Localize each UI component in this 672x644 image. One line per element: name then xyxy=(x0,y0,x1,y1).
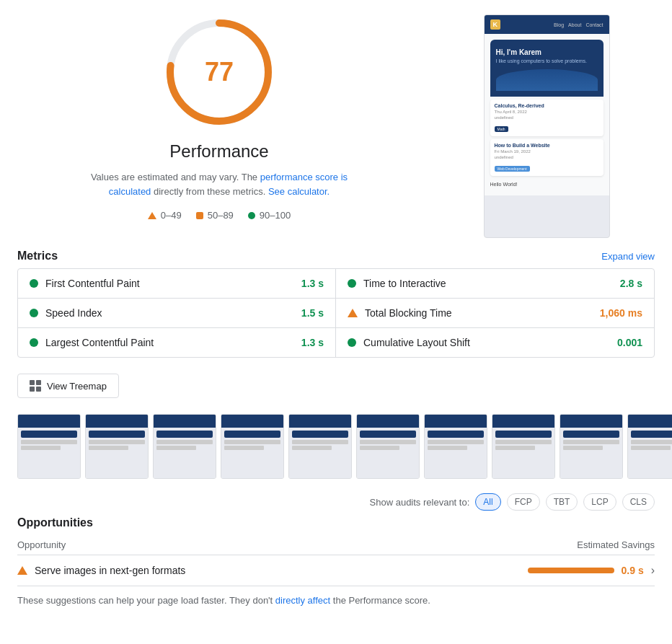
legend-dot-icon xyxy=(248,212,255,219)
screenshot-panel: K Blog About Contact Hi, I'm Karem I lik… xyxy=(438,14,655,238)
legend-square-icon xyxy=(196,212,203,219)
metric-name-fcp: First Contentful Paint xyxy=(45,278,301,289)
filmstrip-frame-5 xyxy=(288,414,352,479)
filmstrip-frame-4 xyxy=(221,414,284,479)
opp-bar-container xyxy=(528,568,614,573)
metric-value-tti: 2.8 s xyxy=(620,278,642,289)
opp-status-icon xyxy=(17,566,27,575)
opp-name-images: Serve images in next-gen formats xyxy=(35,565,521,576)
webpage-screenshot: K Blog About Contact Hi, I'm Karem I lik… xyxy=(484,14,610,238)
directly-affect-link[interactable]: directly affect xyxy=(275,595,330,606)
preview-card-1: Calculus, Re-derived Thu April 8, 2022 u… xyxy=(490,100,604,136)
filmstrip-frame-10 xyxy=(627,414,672,479)
left-panel: 77 Performance Values are estimated and … xyxy=(17,14,421,238)
metric-dot-tbt xyxy=(348,309,358,317)
filter-tbt-button[interactable]: TBT xyxy=(546,493,578,511)
metric-name-si: Speed Index xyxy=(45,307,301,319)
preview-nav: Blog About Contact xyxy=(554,22,603,27)
opp-note: These suggestions can help your page loa… xyxy=(17,586,655,615)
expand-view-link[interactable]: Expand view xyxy=(601,251,655,262)
preview-footer: Hello World! xyxy=(490,179,604,190)
filter-lcp-button[interactable]: LCP xyxy=(583,493,616,511)
preview-hero: Hi, I'm Karem I like using computers to … xyxy=(490,40,604,97)
opp-col-opportunity: Opportunity xyxy=(17,539,66,550)
filter-cls-button[interactable]: CLS xyxy=(622,493,655,511)
metric-dot-cls xyxy=(348,338,356,347)
metric-value-lcp: 1.3 s xyxy=(301,337,324,348)
score-value: 77 xyxy=(205,57,234,87)
page-title: Performance xyxy=(169,141,268,162)
legend-fail: 0–49 xyxy=(148,210,182,221)
metric-name-cls: Cumulative Layout Shift xyxy=(363,337,617,348)
preview-card-2: How to Build a Website Fri March 19, 202… xyxy=(490,139,604,176)
metrics-header: Metrics Expand view xyxy=(17,250,655,263)
opportunities-section: Opportunities Opportunity Estimated Savi… xyxy=(0,516,672,615)
metric-value-fcp: 1.3 s xyxy=(301,278,324,289)
filmstrip-frame-2 xyxy=(85,414,149,479)
metric-dot-tti xyxy=(348,279,356,288)
metric-fcp: First Contentful Paint 1.3 s xyxy=(18,269,336,299)
treemap-icon xyxy=(30,380,41,392)
filmstrip xyxy=(0,414,672,479)
filmstrip-frame-3 xyxy=(153,414,216,479)
score-legend: 0–49 50–89 90–100 xyxy=(148,210,291,221)
opportunities-title: Opportunities xyxy=(17,516,655,529)
metrics-title: Metrics xyxy=(17,250,58,263)
legend-pass-label: 90–100 xyxy=(260,210,291,221)
metric-name-lcp: Largest Contentful Paint xyxy=(45,337,301,348)
filmstrip-frame-6 xyxy=(356,414,420,479)
performance-description: Values are estimated and may vary. The p… xyxy=(82,170,356,198)
metric-lcp: Largest Contentful Paint 1.3 s xyxy=(18,328,336,357)
metric-dot-fcp xyxy=(30,279,38,288)
preview-header: K Blog About Contact xyxy=(485,15,609,34)
legend-fail-label: 0–49 xyxy=(161,210,182,221)
legend-average-label: 50–89 xyxy=(208,210,234,221)
metrics-grid: First Contentful Paint 1.3 s Time to Int… xyxy=(17,268,655,358)
metric-value-cls: 0.001 xyxy=(617,337,642,348)
opp-col-savings: Estimated Savings xyxy=(577,539,655,550)
filter-all-button[interactable]: All xyxy=(475,493,500,511)
metric-cls: Cumulative Layout Shift 0.001 xyxy=(336,328,654,357)
filmstrip-frame-7 xyxy=(424,414,487,479)
treemap-button-container: View Treemap xyxy=(17,365,655,407)
opp-bar-images xyxy=(528,568,614,573)
filmstrip-frame-8 xyxy=(492,414,555,479)
legend-triangle-icon xyxy=(148,212,156,219)
score-gauge: 77 xyxy=(162,14,277,130)
view-treemap-button[interactable]: View Treemap xyxy=(17,374,119,398)
metrics-section: Metrics Expand view First Contentful Pai… xyxy=(0,250,672,407)
preview-logo: K xyxy=(490,19,501,30)
metric-tbt: Total Blocking Time 1,060 ms xyxy=(336,299,654,328)
opportunities-table-header: Opportunity Estimated Savings xyxy=(17,535,655,555)
audit-toolbar: Show audits relevant to: All FCP TBT LCP… xyxy=(0,488,672,516)
calculator-link[interactable]: See calculator. xyxy=(268,186,330,197)
preview-content: Hi, I'm Karem I like using computers to … xyxy=(485,34,609,195)
opp-chevron-icon[interactable]: › xyxy=(651,564,655,577)
filmstrip-frame-1 xyxy=(17,414,81,479)
metric-dot-si xyxy=(30,309,38,317)
metric-dot-lcp xyxy=(30,338,38,347)
metric-si: Speed Index 1.5 s xyxy=(18,299,336,328)
legend-pass: 90–100 xyxy=(248,210,291,221)
audit-toolbar-label: Show audits relevant to: xyxy=(370,497,470,508)
opp-saving-images: 0.9 s xyxy=(622,565,644,576)
filter-fcp-button[interactable]: FCP xyxy=(507,493,540,511)
legend-average: 50–89 xyxy=(196,210,234,221)
metric-value-tbt: 1,060 ms xyxy=(600,307,642,319)
opp-row-images[interactable]: Serve images in next-gen formats 0.9 s › xyxy=(17,555,655,586)
filmstrip-frame-9 xyxy=(560,414,623,479)
metric-name-tbt: Total Blocking Time xyxy=(365,307,600,319)
metric-value-si: 1.5 s xyxy=(301,307,324,319)
metric-name-tti: Time to Interactive xyxy=(363,278,620,289)
metric-tti: Time to Interactive 2.8 s xyxy=(336,269,654,299)
